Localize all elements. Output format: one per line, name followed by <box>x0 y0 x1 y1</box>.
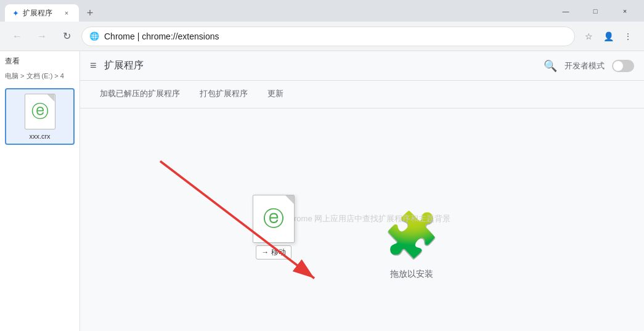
tab-extension-icon: ✦ <box>12 9 19 18</box>
dragging-file-icon: ⓔ <box>253 195 295 243</box>
address-actions: ☆ 👤 ⋮ <box>580 28 637 45</box>
tab-bar: ✦ 扩展程序 × + <box>5 0 547 22</box>
extensions-subnav: 加载已解压的扩展程序 打包扩展程序 更新 <box>80 81 644 108</box>
dev-mode-toggle[interactable] <box>612 60 634 72</box>
dragging-ie-logo: ⓔ <box>263 205 284 233</box>
dev-mode-label: 开发者模式 <box>565 60 605 72</box>
address-domain: Chrome <box>104 31 135 41</box>
left-panel: 查看 电脑 > 文档 (E:) > 4 ⓔ xxx.crx <box>0 51 80 331</box>
refresh-button[interactable]: ↻ <box>57 27 76 46</box>
bookmark-button[interactable]: ☆ <box>580 28 597 45</box>
file-icon: ⓔ <box>22 93 59 130</box>
menu-button[interactable]: ⋮ <box>619 28 637 45</box>
dragging-file: ⓔ → 移动 <box>253 195 295 259</box>
browser-window: ✦ 扩展程序 × + — □ × ← → ↻ 🌐 Chrome | chrome… <box>0 0 644 331</box>
maximize-button[interactable]: □ <box>581 1 609 21</box>
move-badge: → 移动 <box>256 245 291 259</box>
extensions-header: ≡ 扩展程序 🔍 开发者模式 <box>80 51 644 81</box>
titlebar: ✦ 扩展程序 × + — □ × <box>0 0 644 22</box>
panel-label: 查看 <box>5 56 75 67</box>
hamburger-menu[interactable]: ≡ <box>90 59 97 72</box>
breadcrumb: 电脑 > 文档 (E:) > 4 <box>5 72 75 81</box>
extensions-content: 从 Chrome 网上应用店中查找扩展程序和主题背景 ⓔ → 移动 <box>80 108 644 331</box>
address-path: chrome://extensions <box>142 31 219 41</box>
tab-title: 扩展程序 <box>23 8 52 18</box>
subnav-pack[interactable]: 打包扩展程序 <box>190 81 258 108</box>
active-tab[interactable]: ✦ 扩展程序 × <box>5 4 79 22</box>
dragging-file-fold <box>285 195 294 204</box>
back-button[interactable]: ← <box>7 27 27 46</box>
minimize-button[interactable]: — <box>552 1 580 21</box>
file-icon-bg: ⓔ <box>25 94 55 129</box>
navbar: ← → ↻ 🌐 Chrome | chrome://extensions ☆ 👤… <box>0 22 644 51</box>
forward-button[interactable]: → <box>32 27 52 46</box>
subnav-update[interactable]: 更新 <box>258 81 293 108</box>
toggle-thumb <box>613 61 623 71</box>
address-separator: | <box>135 31 142 41</box>
close-button[interactable]: × <box>611 1 639 21</box>
crx-file-item[interactable]: ⓔ xxx.crx <box>5 88 75 145</box>
window-controls: — □ × <box>552 1 639 21</box>
hint-text: 从 Chrome 网上应用店中查找扩展程序和主题背景 <box>274 213 450 224</box>
site-icon: 🌐 <box>89 31 99 41</box>
address-bar[interactable]: 🌐 Chrome | chrome://extensions <box>81 27 575 46</box>
drop-label: 拖放以安装 <box>390 269 433 280</box>
new-tab-button[interactable]: + <box>81 4 99 22</box>
account-button[interactable]: 👤 <box>600 28 617 45</box>
extensions-page: ≡ 扩展程序 🔍 开发者模式 加载已解压的扩展程序 打包扩展程序 更新 从 Ch… <box>80 51 644 331</box>
main-layout: 查看 电脑 > 文档 (E:) > 4 ⓔ xxx.crx ≡ 扩展程序 🔍 开… <box>0 51 644 331</box>
ie-logo: ⓔ <box>31 100 49 123</box>
file-name: xxx.crx <box>29 133 50 140</box>
search-button[interactable]: 🔍 <box>544 59 557 73</box>
tab-close-button[interactable]: × <box>62 8 71 18</box>
address-text: Chrome | chrome://extensions <box>104 31 567 41</box>
extensions-title: 扩展程序 <box>104 59 144 72</box>
subnav-load-unpacked[interactable]: 加载已解压的扩展程序 <box>90 81 190 108</box>
